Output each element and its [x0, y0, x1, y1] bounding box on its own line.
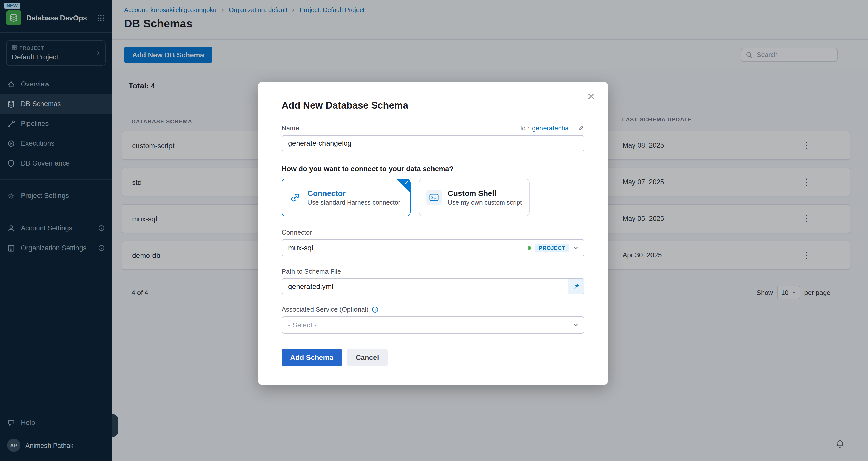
id-value-link[interactable]: generatecha...: [532, 124, 574, 132]
add-schema-button[interactable]: Add Schema: [282, 349, 342, 366]
app-root: NEW Database DevOps PROJECT Default Proj…: [0, 0, 868, 461]
connector-select[interactable]: mux-sql PROJECT: [282, 239, 584, 256]
name-field-header: Name Id : generatecha...: [282, 124, 584, 132]
connection-options: ✓ Connector Use standard Harness connect…: [282, 179, 584, 216]
schema-path-input[interactable]: [282, 278, 584, 294]
status-dot: [528, 246, 531, 250]
name-label: Name: [282, 124, 299, 132]
connector-icon: [289, 191, 301, 204]
chevron-down-icon: [573, 245, 579, 251]
connector-label: Connector: [282, 228, 584, 236]
path-field: [282, 275, 584, 294]
cancel-button[interactable]: Cancel: [347, 349, 388, 366]
terminal-icon: [426, 190, 442, 205]
info-icon[interactable]: [372, 306, 379, 313]
chevron-down-icon: [573, 322, 579, 328]
scope-badge: PROJECT: [535, 244, 569, 252]
option-subtitle: Use my own custom script: [448, 199, 522, 206]
option-title: Connector: [307, 189, 400, 197]
service-label: Associated Service (Optional): [282, 306, 369, 313]
connector-value: mux-sql: [288, 244, 313, 252]
option-card-connector[interactable]: ✓ Connector Use standard Harness connect…: [282, 179, 411, 216]
id-label: Id :: [520, 124, 530, 132]
service-field-header: Associated Service (Optional): [282, 306, 584, 313]
close-icon[interactable]: [586, 92, 596, 101]
path-label: Path to Schema File: [282, 268, 584, 275]
pin-icon[interactable]: [568, 279, 584, 294]
option-title: Custom Shell: [448, 189, 522, 197]
service-select[interactable]: - Select -: [282, 316, 584, 334]
service-placeholder: - Select -: [288, 321, 317, 329]
modal-actions: Add Schema Cancel: [282, 349, 584, 366]
connection-question: How do you want to connect to your data …: [282, 164, 584, 173]
schema-id-group: Id : generatecha...: [520, 124, 584, 132]
option-card-custom-shell[interactable]: Custom Shell Use my own custom script: [419, 179, 530, 216]
option-subtitle: Use standard Harness connector: [307, 199, 400, 206]
add-schema-modal: Add New Database Schema Name Id : genera…: [258, 82, 608, 385]
edit-pencil-icon[interactable]: [578, 125, 584, 131]
modal-title: Add New Database Schema: [282, 100, 584, 111]
check-icon: ✓: [404, 180, 409, 185]
schema-name-input[interactable]: [282, 135, 584, 151]
